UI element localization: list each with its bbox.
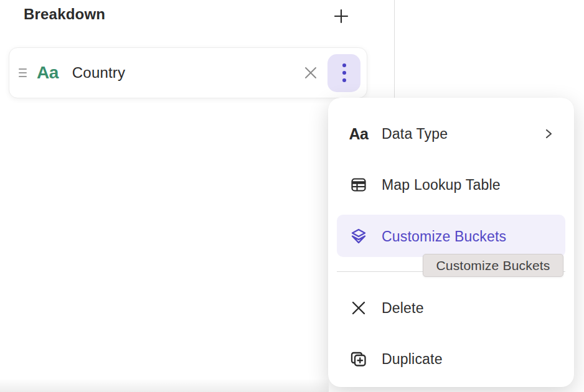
layers-icon <box>349 227 368 246</box>
menu-item-map-lookup-table[interactable]: Map Lookup Table <box>328 164 574 205</box>
tooltip: Customize Buckets <box>423 254 563 277</box>
menu-item-data-type[interactable]: Aa Data Type <box>328 113 574 154</box>
remove-field-button[interactable] <box>300 62 321 83</box>
tooltip-text: Customize Buckets <box>436 258 550 273</box>
page-title: Breakdown <box>24 6 105 23</box>
text-type-icon: Aa <box>349 125 368 143</box>
chevron-right-icon <box>543 128 554 139</box>
drag-handle-icon[interactable] <box>13 60 32 85</box>
field-options-kebab-button[interactable] <box>327 54 360 92</box>
menu-item-label: Map Lookup Table <box>382 177 501 194</box>
close-icon <box>303 65 318 80</box>
kebab-icon <box>342 63 346 82</box>
panel-divider <box>394 0 395 98</box>
menu-item-customize-buckets[interactable]: Customize Buckets <box>328 216 574 257</box>
panel-bottom-edge <box>0 378 329 392</box>
breakdown-field-card: Aa Country <box>9 47 367 98</box>
field-options-menu: Aa Data Type Map Lookup Table Cust <box>328 98 574 387</box>
table-icon <box>349 176 368 194</box>
text-type-icon: Aa <box>37 63 59 83</box>
menu-item-label: Data Type <box>382 126 448 142</box>
add-breakdown-button[interactable] <box>331 6 352 27</box>
menu-item-label: Duplicate <box>382 351 443 368</box>
menu-item-label: Delete <box>382 300 424 317</box>
field-name-label: Country <box>72 64 125 82</box>
x-icon <box>349 300 368 316</box>
copy-plus-icon <box>349 350 368 368</box>
menu-item-duplicate[interactable]: Duplicate <box>328 338 574 380</box>
menu-item-label: Customize Buckets <box>382 228 506 245</box>
plus-icon <box>332 7 350 25</box>
menu-item-delete[interactable]: Delete <box>328 287 574 329</box>
